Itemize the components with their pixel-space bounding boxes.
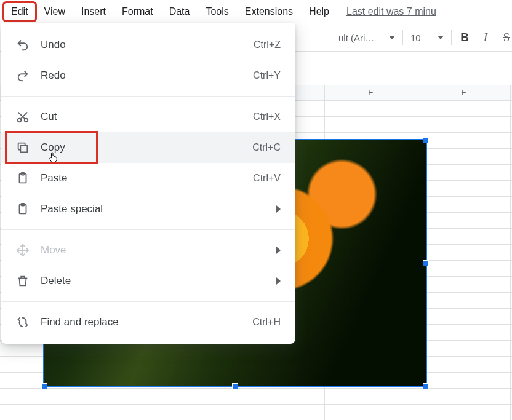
move-icon: [15, 242, 31, 258]
menu-item-shortcut: Ctrl+X: [253, 111, 281, 122]
resize-handle-tr[interactable]: [423, 137, 429, 143]
caret-down-icon: [438, 36, 444, 39]
menu-item-undo[interactable]: Undo Ctrl+Z: [1, 30, 295, 60]
menu-item-label: Undo: [41, 39, 254, 51]
menu-item-label: Move: [41, 244, 271, 256]
svg-point-1: [25, 119, 28, 122]
italic-button[interactable]: I: [475, 27, 496, 48]
font-family-select[interactable]: ult (Ari…: [334, 30, 400, 46]
column-header-e[interactable]: E: [325, 85, 417, 100]
svg-rect-2: [20, 145, 27, 152]
resize-handle-br[interactable]: [423, 383, 429, 389]
font-size-value: 10: [410, 33, 421, 43]
find-replace-icon: [15, 314, 31, 330]
menu-view[interactable]: View: [37, 2, 73, 21]
menu-item-label: Paste special: [41, 203, 271, 215]
svg-point-0: [18, 119, 22, 122]
paste-special-icon: [15, 201, 31, 217]
menu-item-find-replace[interactable]: Find and replace Ctrl+H: [1, 307, 295, 338]
copy-icon: [15, 140, 31, 156]
redo-icon: [15, 68, 31, 84]
menu-separator: [1, 229, 295, 230]
last-edit-link[interactable]: Last edit was 7 minu: [346, 6, 436, 17]
cut-icon: [15, 109, 31, 125]
menu-item-label: Find and replace: [41, 316, 252, 328]
caret-down-icon: [389, 36, 395, 39]
menu-insert[interactable]: Insert: [74, 2, 113, 21]
paste-icon: [15, 170, 31, 186]
strikethrough-button[interactable]: S: [496, 27, 512, 48]
menu-item-shortcut: Ctrl+C: [252, 142, 281, 153]
menu-item-label: Delete: [41, 275, 271, 287]
menu-item-redo[interactable]: Redo Ctrl+Y: [1, 60, 295, 91]
menu-item-label: Copy: [41, 141, 252, 154]
menu-item-shortcut: Ctrl+H: [252, 317, 281, 328]
menu-item-cut[interactable]: Cut Ctrl+X: [1, 101, 295, 132]
menu-item-move: Move: [1, 235, 295, 266]
menu-extensions[interactable]: Extensions: [238, 2, 300, 21]
font-family-label: ult (Ari…: [338, 33, 374, 43]
menu-item-delete[interactable]: Delete: [1, 266, 295, 296]
menu-item-shortcut: Ctrl+Y: [253, 70, 281, 81]
submenu-arrow-icon: [276, 247, 281, 254]
menu-edit[interactable]: Edit: [4, 2, 36, 21]
bold-button[interactable]: B: [454, 27, 475, 48]
resize-handle-bm[interactable]: [232, 383, 238, 389]
menubar: Edit View Insert Format Data Tools Exten…: [0, 0, 512, 23]
resize-handle-bl[interactable]: [41, 383, 47, 389]
edit-menu-dropdown: Undo Ctrl+Z Redo Ctrl+Y Cut Ctrl+X Copy …: [1, 23, 295, 344]
menu-item-shortcut: Ctrl+Z: [254, 39, 281, 50]
undo-icon: [15, 37, 31, 53]
menu-item-paste-special[interactable]: Paste special: [1, 194, 295, 224]
resize-handle-mr[interactable]: [423, 260, 429, 266]
menu-item-paste[interactable]: Paste Ctrl+V: [1, 163, 295, 194]
menu-separator: [1, 96, 295, 97]
submenu-arrow-icon: [276, 205, 281, 213]
toolbar-separator: [451, 30, 452, 45]
menu-data[interactable]: Data: [162, 2, 198, 21]
menu-item-label: Redo: [41, 69, 253, 82]
menu-format[interactable]: Format: [114, 2, 161, 21]
menu-separator: [1, 301, 295, 302]
menu-item-shortcut: Ctrl+V: [253, 173, 281, 184]
submenu-arrow-icon: [276, 277, 281, 285]
font-size-select[interactable]: 10: [406, 30, 449, 46]
menu-item-label: Paste: [41, 172, 253, 184]
menu-item-copy[interactable]: Copy Ctrl+C: [1, 132, 295, 163]
menu-tools[interactable]: Tools: [198, 2, 236, 21]
menu-item-label: Cut: [41, 111, 253, 123]
toolbar-separator: [402, 30, 403, 45]
delete-icon: [15, 273, 31, 289]
menu-help[interactable]: Help: [302, 2, 337, 21]
column-header-f[interactable]: F: [417, 85, 511, 100]
